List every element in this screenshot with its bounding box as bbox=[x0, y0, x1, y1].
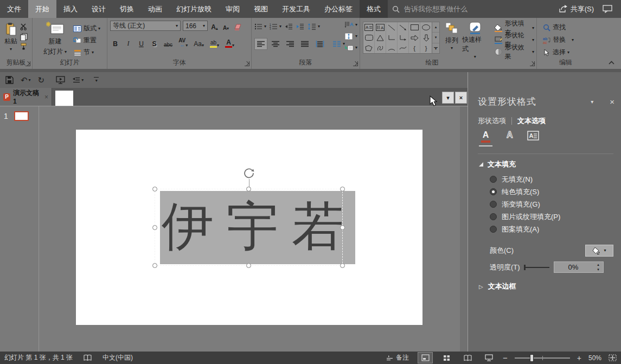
shape-freeform[interactable] bbox=[363, 43, 375, 53]
menu-animations[interactable]: 动画 bbox=[141, 0, 169, 18]
menu-office-tab[interactable]: 办公标签 bbox=[317, 0, 360, 18]
slide-sorter-button[interactable] bbox=[439, 353, 453, 363]
shape-elbow-connector[interactable] bbox=[386, 33, 398, 43]
panel-close-button[interactable]: × bbox=[610, 97, 614, 106]
start-slideshow-button[interactable] bbox=[56, 76, 65, 84]
shape-block-arrow-down[interactable] bbox=[420, 33, 432, 43]
align-text-button[interactable]: ▾ bbox=[344, 31, 357, 41]
menu-home[interactable]: 开始 bbox=[28, 0, 56, 18]
resize-handle-n[interactable] bbox=[246, 187, 251, 191]
text-fill-outline-icon[interactable]: A bbox=[479, 131, 492, 146]
shape-left-brace[interactable]: { bbox=[409, 43, 420, 53]
menu-insert[interactable]: 插入 bbox=[56, 0, 85, 18]
line-spacing-button[interactable]: ▾ bbox=[308, 22, 320, 31]
font-dialog-launcher[interactable] bbox=[245, 61, 249, 66]
spellcheck-button[interactable] bbox=[84, 354, 92, 361]
new-slide-button[interactable]: 新建 幻灯片 ▾ bbox=[42, 21, 68, 58]
gallery-scroll-down[interactable]: ▾ bbox=[432, 33, 439, 43]
increase-font-button[interactable]: A▴ bbox=[210, 21, 219, 31]
vertical-scrollbar[interactable] bbox=[460, 106, 468, 352]
reset-button[interactable]: 重置 bbox=[73, 36, 100, 45]
gallery-more[interactable]: ▾ bbox=[432, 43, 439, 53]
menu-transitions[interactable]: 切换 bbox=[113, 0, 141, 18]
convert-smartart-button[interactable]: ▾ bbox=[344, 43, 357, 52]
transparency-spinner[interactable]: ▴ ▾ bbox=[595, 262, 602, 272]
tab-shape-options[interactable]: 形状选项 bbox=[478, 116, 506, 126]
transparency-slider-thumb[interactable] bbox=[524, 265, 526, 270]
drawing-dialog-launcher[interactable] bbox=[530, 61, 535, 66]
normal-view-button[interactable] bbox=[418, 353, 432, 363]
font-color-button[interactable]: A ▾ bbox=[224, 37, 235, 48]
format-painter-button[interactable] bbox=[19, 42, 28, 50]
option-picture-texture-fill[interactable]: 图片或纹理填充(P) bbox=[490, 210, 560, 223]
notes-button[interactable]: 备注 bbox=[387, 353, 409, 362]
italic-button[interactable]: I bbox=[124, 37, 133, 48]
new-document-tab[interactable] bbox=[55, 91, 73, 106]
align-center-button[interactable] bbox=[270, 39, 281, 49]
arrange-button[interactable]: 排列 ▾ bbox=[443, 21, 460, 58]
option-gradient-fill[interactable]: 渐变填充(G) bbox=[490, 198, 560, 210]
align-right-button[interactable] bbox=[284, 39, 296, 49]
fill-color-button[interactable]: ▾ bbox=[585, 245, 613, 257]
shape-rounded-rectangle[interactable] bbox=[363, 33, 375, 43]
highlight-color-button[interactable]: ab ▾ bbox=[209, 37, 220, 48]
clear-formatting-button[interactable] bbox=[233, 21, 243, 31]
align-left-button[interactable] bbox=[255, 39, 267, 49]
paste-button[interactable]: 粘贴 ▾ bbox=[3, 21, 19, 53]
cut-button[interactable] bbox=[19, 23, 28, 31]
tab-text-options[interactable]: 文本选项 bbox=[517, 116, 546, 126]
section-button[interactable]: 节 ▾ bbox=[73, 48, 100, 57]
menu-view[interactable]: 视图 bbox=[247, 0, 275, 18]
decrease-font-button[interactable]: A▾ bbox=[221, 21, 231, 31]
shape-effects-button[interactable]: 形状效果 ▾ bbox=[494, 47, 534, 56]
numbering-button[interactable]: 123 ▾ bbox=[270, 22, 281, 31]
character-spacing-button[interactable]: AV ↔ ▾ bbox=[177, 37, 189, 48]
customize-qat-button[interactable]: ▾ bbox=[94, 77, 99, 83]
editing-canvas[interactable]: 伊宇若 bbox=[39, 106, 460, 352]
resize-handle-sw[interactable] bbox=[152, 263, 157, 268]
text-shadow-button[interactable]: S bbox=[150, 37, 159, 48]
columns-button[interactable]: ▾ bbox=[332, 40, 345, 49]
tell-me-search[interactable]: 告诉我你想要做什么 bbox=[392, 0, 528, 18]
editor-dropdown-button[interactable]: ▾ bbox=[442, 92, 454, 104]
rotate-handle-icon[interactable] bbox=[243, 167, 255, 179]
menu-format[interactable]: 格式 bbox=[360, 0, 388, 18]
shape-elbow-arrow[interactable] bbox=[398, 33, 409, 43]
collapse-ribbon-button[interactable] bbox=[609, 61, 614, 65]
resize-handle-w[interactable] bbox=[152, 225, 157, 230]
font-name-combo[interactable]: 等线 (正文) ▾ bbox=[110, 21, 181, 31]
text-fill-section-header[interactable]: 文本填充 bbox=[479, 159, 516, 169]
menu-design[interactable]: 设计 bbox=[85, 0, 113, 18]
font-size-combo[interactable]: 166 ▾ bbox=[183, 21, 208, 31]
comments-button[interactable] bbox=[603, 5, 612, 13]
shape-scribble[interactable] bbox=[375, 43, 386, 53]
text-box-selection[interactable] bbox=[155, 189, 343, 266]
presentation-views-button[interactable]: ▾ bbox=[72, 76, 84, 84]
shape-line-arrow[interactable] bbox=[398, 22, 409, 33]
option-solid-fill[interactable]: 纯色填充(S) bbox=[490, 186, 560, 198]
share-button[interactable]: 共享(S) bbox=[559, 4, 594, 14]
menu-review[interactable]: 审阅 bbox=[219, 0, 247, 18]
zoom-in-button[interactable]: + bbox=[577, 354, 581, 362]
undo-button[interactable]: ↶ ▾ bbox=[21, 75, 31, 85]
menu-developer[interactable]: 开发工具 bbox=[275, 0, 317, 18]
panel-options-dropdown[interactable]: ▾ bbox=[591, 99, 593, 105]
resize-handle-e[interactable] bbox=[340, 225, 345, 230]
text-effects-icon[interactable]: A bbox=[507, 131, 513, 139]
fit-to-window-button[interactable] bbox=[609, 354, 617, 361]
transparency-value-field[interactable]: 0% ▴ ▾ bbox=[554, 261, 604, 273]
text-direction-button[interactable]: A ▾ bbox=[344, 20, 357, 29]
zoom-out-button[interactable]: − bbox=[503, 353, 508, 362]
find-button[interactable]: 查找 bbox=[542, 23, 592, 32]
shape-line[interactable] bbox=[386, 22, 398, 33]
tab-close-icon[interactable]: × bbox=[44, 93, 48, 101]
gallery-scroll-up[interactable]: ▴ bbox=[432, 22, 439, 33]
textbox-icon[interactable]: A bbox=[527, 131, 539, 141]
distribute-text-button[interactable] bbox=[313, 39, 326, 49]
text-border-section-header[interactable]: ▷ 文本边框 bbox=[479, 282, 516, 291]
shape-rectangle[interactable] bbox=[409, 22, 420, 33]
resize-handle-nw[interactable] bbox=[152, 187, 157, 191]
underline-button[interactable]: U bbox=[137, 37, 146, 48]
copy-button[interactable] bbox=[19, 33, 28, 41]
layout-button[interactable]: 版式 ▾ bbox=[73, 24, 100, 33]
